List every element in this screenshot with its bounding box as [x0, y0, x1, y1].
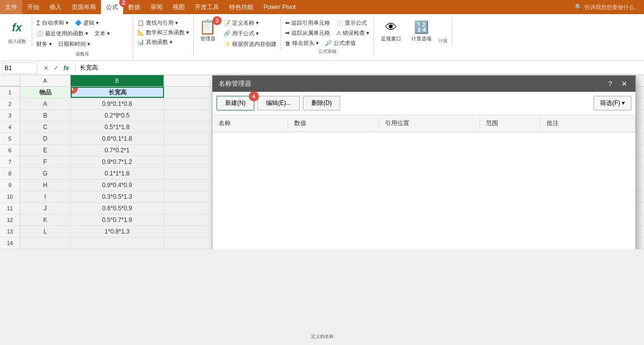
cell-b4[interactable]: 0.5*1*1.8 [71, 122, 164, 133]
row-number-8: 8 [0, 168, 20, 179]
error-check-btn[interactable]: ⚠ 错误检查 ▾ [334, 28, 371, 38]
cell-b3[interactable]: 0.2*9*0.5 [71, 110, 164, 121]
menu-layout[interactable]: 页面布局 [67, 0, 101, 14]
cell-b8[interactable]: 0.1*1*1.8 [71, 168, 164, 179]
confirm-formula-btn[interactable]: ✓ [51, 64, 61, 73]
cell-a4[interactable]: C [20, 122, 71, 133]
other-functions-btn[interactable]: 📊 其他函数 ▾ [135, 37, 191, 47]
row-number-14: 14 [0, 238, 20, 249]
recent-functions-btn[interactable]: 🕒 最近使用的函数 ▾ [34, 29, 90, 38]
define-name-btn[interactable]: 📝 定义名称 ▾ [222, 18, 279, 28]
menu-review[interactable]: 审阅 [145, 0, 168, 14]
fx-group: fx 插入函数 [2, 17, 32, 46]
search-area: 🔍 告诉我您想要做什么... [570, 4, 644, 11]
cell-b11[interactable]: 0.6*0.5*0.9 [71, 203, 164, 214]
cell-a13[interactable]: L [20, 226, 71, 237]
cell-a14[interactable] [20, 238, 71, 249]
cell-a11[interactable]: J [20, 203, 71, 214]
cell-b9[interactable]: 0.9*0.4*0.9 [71, 180, 164, 191]
menu-insert[interactable]: 插入 [44, 0, 67, 14]
ribbon: fx 插入函数 Σ 自动求和 ▾ 🔷 逻辑 ▾ 🕒 最近使用 [0, 14, 644, 61]
row-number-7: 7 [0, 156, 20, 167]
col-header-b: B [71, 75, 164, 86]
cell-a8[interactable]: G [20, 168, 71, 179]
menu-formula[interactable]: 公式 2 [101, 0, 123, 14]
cell-b7[interactable]: 0.9*0.7*1.2 [71, 156, 164, 167]
audit-row3: 🗑 移去箭头 ▾ 🔎 公式求值 [283, 38, 371, 48]
cell-b14[interactable] [71, 238, 164, 249]
dialog-help-btn[interactable]: ? [605, 79, 615, 89]
delete-name-btn[interactable]: 删除(D) [303, 96, 341, 110]
cell-a6[interactable]: E [20, 145, 71, 156]
calc-group-label: 计算 [439, 36, 448, 44]
edit-name-btn[interactable]: 编辑(E)... [257, 96, 300, 110]
row-number-3: 3 [0, 110, 20, 121]
cell-b13[interactable]: 1*0.8*1.3 [71, 226, 164, 237]
menu-special[interactable]: 特色功能 [224, 0, 258, 14]
formula-separator [75, 63, 76, 73]
menu-dev[interactable]: 开发工具 [190, 0, 224, 14]
row-number-1: 1 [0, 87, 20, 98]
create-from-selection-btn[interactable]: ✨ 根据所选内容创建 [222, 39, 279, 49]
formula-input[interactable] [78, 64, 642, 73]
autosum-btn[interactable]: Σ 自动求和 ▾ [34, 18, 71, 28]
cell-b6[interactable]: 0.7*0.2*1 [71, 145, 164, 156]
datetime-btn[interactable]: 日期和时间 ▾ [56, 39, 92, 49]
menu-pivot[interactable]: Power Pivot [258, 0, 301, 14]
trace-precedents-btn[interactable]: ⬅ 追踪引用单元格 [283, 18, 332, 28]
row-number-13: 13 [0, 226, 20, 237]
remove-arrows-btn[interactable]: 🗑 移去箭头 ▾ [283, 38, 321, 48]
cell-a3[interactable]: B [20, 110, 71, 121]
col-header-a: A [20, 75, 71, 86]
row-number-9: 9 [0, 180, 20, 191]
name-manager-btn[interactable]: 📋 管理器 3 [196, 18, 220, 44]
row-number-11: 11 [0, 203, 20, 214]
corner-cell [0, 75, 20, 86]
cell-a1[interactable]: 物品 [20, 87, 71, 98]
evaluate-formula-btn[interactable]: 🔎 公式求值 [323, 38, 358, 48]
cell-b12[interactable]: 0.5*0.7*1.9 [71, 214, 164, 225]
math-btn[interactable]: 📐 数学和三角函数 ▾ [135, 28, 191, 37]
filter-btn[interactable]: 筛选(F) ▾ [594, 96, 631, 110]
row-number-10: 10 [0, 191, 20, 202]
use-in-formula-btn[interactable]: 🔗 用于公式 ▾ [222, 29, 279, 38]
show-formulas-btn[interactable]: 📄 显示公式 [334, 18, 369, 28]
dialog-title: 名称管理器 [219, 79, 251, 88]
cell-a12[interactable]: K [20, 214, 71, 225]
fx-formula-btn[interactable]: fx [62, 64, 71, 73]
calc-options-btn[interactable]: 🔢 计算选项 [408, 18, 435, 44]
text-btn[interactable]: 文本 ▾ [92, 29, 112, 38]
cell-b5[interactable]: 0.6*0.1*1.8 [71, 133, 164, 144]
function-library-row3: 财务 ▾ 日期和时间 ▾ [34, 39, 131, 49]
watch-window-label: 监视窗口 [381, 35, 401, 42]
cell-b1[interactable]: 长宽高 1 [71, 87, 164, 98]
function-library-label: 函数库 [34, 49, 131, 58]
dialog-close-btn[interactable]: ✕ [619, 79, 629, 89]
dialog-controls: ? ✕ [605, 79, 629, 89]
row-number-12: 12 [0, 214, 20, 225]
cell-a2[interactable]: A [20, 98, 71, 109]
row-number-6: 6 [0, 145, 20, 156]
cell-a5[interactable]: D [20, 133, 71, 144]
menu-start[interactable]: 开始 [22, 0, 44, 14]
cancel-formula-btn[interactable]: ✕ [41, 64, 50, 73]
cell-b2[interactable]: 0.9*0.1*0.8 [71, 98, 164, 109]
cell-a10[interactable]: I [20, 191, 71, 202]
cell-b10[interactable]: 0.3*0.5*1.3 [71, 191, 164, 202]
watch-window-btn[interactable]: 👁 监视窗口 [378, 18, 404, 44]
lookup-btn[interactable]: 📋 查找与引用 ▾ [135, 18, 191, 28]
dialog-table-body[interactable] [212, 132, 635, 249]
cell-a9[interactable]: H [20, 180, 71, 191]
fx-button[interactable]: fx [10, 18, 24, 37]
finance-btn[interactable]: 财务 ▾ [34, 39, 54, 49]
formula-audit-group: ⬅ 追踪引用单元格 📄 显示公式 ➡ 追踪从属单元格 ⚠ 错误检查 ▾ [281, 17, 374, 56]
formula-bar: ✕ ✓ fx [0, 61, 644, 75]
new-name-btn[interactable]: 新建(N) 4 [217, 96, 254, 110]
trace-dependents-btn[interactable]: ➡ 追踪从属单元格 [283, 28, 332, 38]
logic-btn[interactable]: 🔷 逻辑 ▾ [73, 18, 101, 28]
cell-reference-input[interactable] [2, 63, 37, 74]
menu-file[interactable]: 文件 [0, 0, 22, 14]
cell-a7[interactable]: F [20, 156, 71, 167]
menu-view[interactable]: 视图 [168, 0, 190, 14]
search-placeholder: 告诉我您想要做什么... [584, 4, 639, 11]
